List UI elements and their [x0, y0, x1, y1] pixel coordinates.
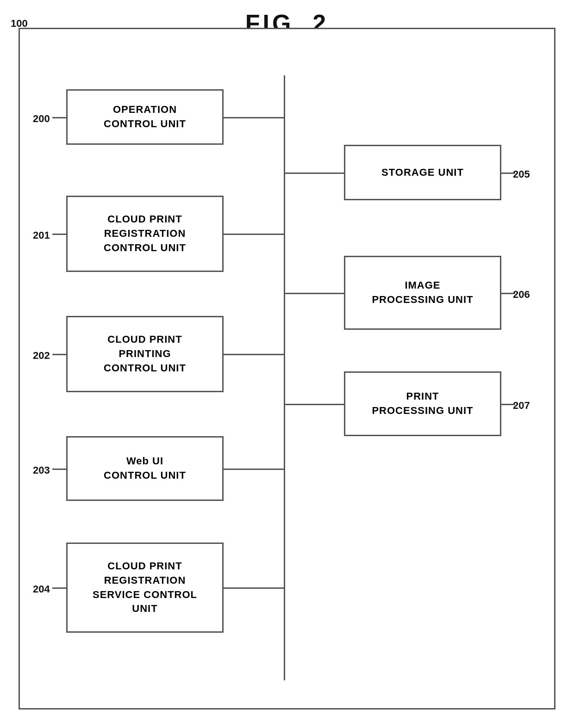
- box-cloud-print-registration-service-control-unit: CLOUD PRINTREGISTRATIONSERVICE CONTROLUN…: [66, 543, 224, 633]
- connector-203: [224, 469, 284, 470]
- connector-206: [285, 293, 344, 294]
- ref-label-203: 203: [33, 464, 50, 476]
- connector-202: [224, 354, 284, 355]
- box-label: PRINTPROCESSING UNIT: [372, 389, 473, 418]
- connector-204: [224, 587, 284, 589]
- box-image-processing-unit: IMAGEPROCESSING UNIT: [344, 256, 501, 330]
- box-storage-unit: STORAGE UNIT: [344, 145, 501, 200]
- box-operation-control-unit: OPERATIONCONTROL UNIT: [66, 89, 224, 145]
- ref-tick-206: [501, 293, 515, 294]
- box-label: STORAGE UNIT: [381, 166, 464, 180]
- ref-tick-201: [52, 234, 66, 235]
- ref-label-200: 200: [33, 113, 50, 125]
- ref-100: 100: [11, 18, 28, 30]
- box-cloud-print-registration-control-unit: CLOUD PRINTREGISTRATIONCONTROL UNIT: [66, 196, 224, 272]
- connector-205: [285, 173, 344, 174]
- connector-201: [224, 234, 284, 235]
- page: FIG. 2 100 OPERATIONCONTROL UNIT 200 CLO…: [0, 0, 574, 728]
- bus-line: [284, 75, 285, 680]
- box-label: CLOUD PRINTREGISTRATIONCONTROL UNIT: [104, 212, 186, 255]
- ref-tick-203: [52, 469, 66, 470]
- box-label: CLOUD PRINTREGISTRATIONSERVICE CONTROLUN…: [93, 559, 197, 616]
- ref-tick-204: [52, 587, 66, 589]
- ref-label-201: 201: [33, 229, 50, 241]
- diagram-border: 100 OPERATIONCONTROL UNIT 200 CLOUD PRIN…: [19, 28, 555, 709]
- ref-label-205: 205: [513, 168, 530, 180]
- ref-label-204: 204: [33, 583, 50, 595]
- connector-200: [224, 117, 284, 118]
- box-label: Web UICONTROL UNIT: [104, 454, 186, 483]
- ref-tick-200: [52, 117, 66, 118]
- ref-label-202: 202: [33, 350, 50, 362]
- connector-207: [285, 404, 344, 405]
- ref-tick-205: [501, 173, 515, 174]
- ref-tick-202: [52, 354, 66, 355]
- box-label: OPERATIONCONTROL UNIT: [104, 103, 186, 131]
- box-label: IMAGEPROCESSING UNIT: [372, 278, 473, 307]
- box-print-processing-unit: PRINTPROCESSING UNIT: [344, 371, 501, 436]
- box-cloud-print-printing-control-unit: CLOUD PRINTPRINTINGCONTROL UNIT: [66, 316, 224, 392]
- ref-tick-207: [501, 404, 515, 405]
- ref-label-206: 206: [513, 289, 530, 301]
- box-web-ui-control-unit: Web UICONTROL UNIT: [66, 436, 224, 501]
- ref-label-207: 207: [513, 400, 530, 412]
- box-label: CLOUD PRINTPRINTINGCONTROL UNIT: [104, 333, 186, 375]
